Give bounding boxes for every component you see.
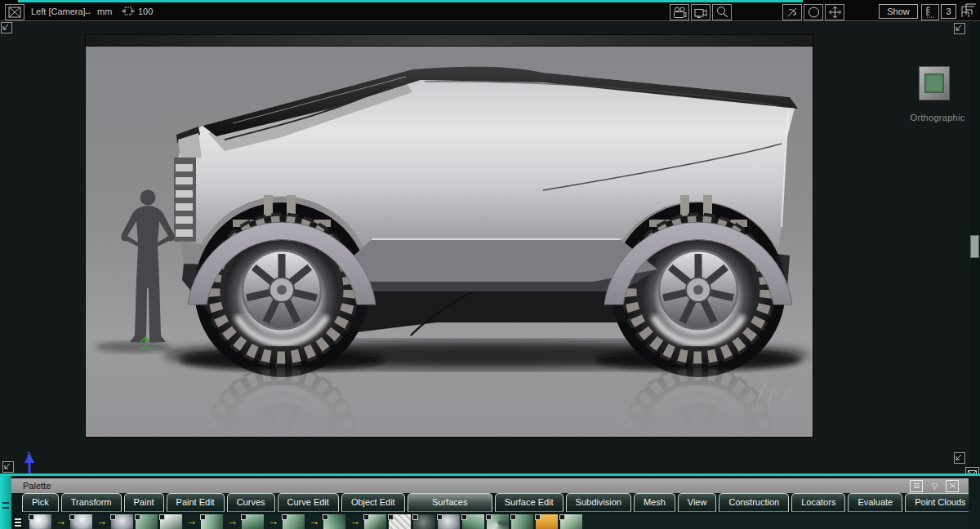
- camera-twist-icon[interactable]: [782, 4, 802, 20]
- window-close-box-icon[interactable]: [5, 4, 24, 20]
- vehicle-sketch: [86, 35, 813, 437]
- camera-lock-icon[interactable]: [691, 4, 710, 20]
- tool-flow-arrow-icon: →: [268, 514, 278, 529]
- tool-flow-arrow-icon: →: [186, 514, 197, 529]
- fan-tool[interactable]: [487, 514, 509, 529]
- view-toolbar: Left [Camera] ↔ mm 100 Show 3: [0, 2, 980, 21]
- resize-arrow-icon: ↔: [83, 5, 92, 18]
- revolve-tool[interactable]: [70, 514, 92, 529]
- tube-offset-tool[interactable]: [283, 514, 305, 529]
- zoom-magnifier-icon[interactable]: [712, 4, 732, 20]
- palette-grip-icon[interactable]: [12, 515, 23, 529]
- rail-tool[interactable]: [323, 514, 345, 529]
- tool-flow-arrow-icon: →: [309, 514, 319, 529]
- palette-right-border: [969, 476, 980, 529]
- tool-flow-arrow-icon: →: [227, 514, 238, 529]
- ruler-icon[interactable]: [921, 4, 939, 20]
- right-scrollbar-thumb[interactable]: [970, 235, 979, 258]
- tab-surfaces[interactable]: Surfaces: [408, 493, 492, 512]
- axis-up-label: z: [27, 450, 31, 458]
- plane-tool[interactable]: [389, 514, 411, 529]
- palette-left-border[interactable]: [0, 476, 11, 529]
- birail-tool[interactable]: [160, 514, 182, 529]
- model-viewport[interactable]: Orthographic z x: [0, 21, 970, 473]
- palette-tabs: PickTransformPaintPaint EditCurvesCurve …: [11, 493, 969, 514]
- camera-thumbnail-icon[interactable]: [919, 66, 950, 100]
- tool-flow-arrow-icon: →: [56, 514, 66, 529]
- multi-surf-tool[interactable]: [364, 514, 386, 529]
- tab-object-edit[interactable]: Object Edit: [341, 493, 405, 512]
- mesh-tool[interactable]: [560, 514, 582, 529]
- units-label[interactable]: mm: [97, 5, 112, 18]
- tab-curve-edit[interactable]: Curve Edit: [278, 493, 339, 512]
- window-corner-icon[interactable]: [964, 2, 978, 16]
- camera-thumbnail-inner: [924, 73, 944, 93]
- canvas-image-plane: [86, 35, 813, 437]
- tab-point-clouds[interactable]: Point Clouds: [905, 493, 975, 512]
- sphere-red-tool[interactable]: [438, 514, 460, 529]
- shell-tool[interactable]: [462, 514, 484, 529]
- tab-transform[interactable]: Transform: [61, 493, 122, 512]
- tab-view[interactable]: View: [678, 493, 717, 512]
- pane-resize-corner-icon[interactable]: [2, 461, 14, 473]
- tab-surface-edit[interactable]: Surface Edit: [495, 493, 564, 512]
- pane-resize-corner-icon[interactable]: [954, 452, 965, 464]
- draft-tool[interactable]: [511, 514, 533, 529]
- palette-title-text: Palette: [23, 481, 51, 491]
- tool-flow-arrow-icon: →: [350, 514, 360, 529]
- round-tool[interactable]: [413, 514, 435, 529]
- pane-count-button[interactable]: 3: [941, 4, 956, 19]
- tab-mesh[interactable]: Mesh: [634, 493, 675, 512]
- palette-tools-row: →→→→→→→: [11, 514, 969, 529]
- extrude-tool[interactable]: [136, 514, 158, 529]
- stitch-tool[interactable]: [536, 514, 558, 529]
- projection-label: Orthographic: [901, 113, 974, 122]
- camera-view-label[interactable]: Left [Camera]: [31, 5, 86, 18]
- tab-construction[interactable]: Construction: [719, 493, 789, 512]
- show-button[interactable]: Show: [879, 4, 918, 19]
- flange-tool[interactable]: [242, 514, 264, 529]
- skin-tool[interactable]: [111, 514, 133, 529]
- tab-locators[interactable]: Locators: [791, 493, 845, 512]
- tab-paint-edit[interactable]: Paint Edit: [167, 493, 225, 512]
- tool-flow-arrow-icon: →: [96, 514, 107, 529]
- grid-size-icon: [122, 6, 135, 19]
- tab-paint[interactable]: Paint: [124, 493, 164, 512]
- tab-curves[interactable]: Curves: [227, 493, 275, 512]
- tab-subdivision[interactable]: Subdivision: [566, 493, 631, 512]
- movie-camera-icon[interactable]: [670, 4, 689, 20]
- palette-window: Palette ▽ PickTransformPaintPaint EditCu…: [0, 473, 980, 529]
- palette-close-icon[interactable]: [946, 480, 959, 492]
- pane-resize-corner-icon[interactable]: [1, 22, 12, 33]
- pane-resize-corner-icon[interactable]: [954, 23, 965, 34]
- palette-collapse-triangle-icon[interactable]: ▽: [929, 481, 940, 491]
- swept-tool[interactable]: [201, 514, 223, 529]
- tab-pick[interactable]: Pick: [22, 493, 59, 512]
- tab-evaluate[interactable]: Evaluate: [848, 493, 902, 512]
- palette-titlebar[interactable]: Palette ▽: [11, 478, 969, 493]
- circle-select-icon[interactable]: [804, 4, 823, 20]
- pan-arrows-icon[interactable]: [825, 4, 844, 20]
- palette-list-icon[interactable]: [910, 480, 923, 492]
- grid-size-value[interactable]: 100: [138, 5, 153, 18]
- sphere-tool[interactable]: [29, 514, 51, 529]
